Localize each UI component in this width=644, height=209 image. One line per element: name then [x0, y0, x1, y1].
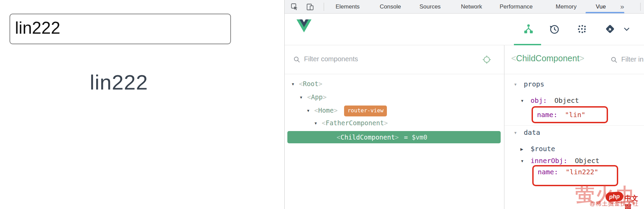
chevron-down-icon[interactable]: [622, 23, 631, 35]
tab-memory[interactable]: Memory: [556, 0, 576, 13]
devtools-panel: Elements Console Sources Network Perform…: [284, 0, 644, 209]
expand-triangle-icon[interactable]: ▼: [514, 80, 520, 89]
more-tabs-chevron[interactable]: »: [620, 0, 624, 13]
section-divider: [504, 125, 644, 126]
expand-triangle-icon[interactable]: ▼: [520, 157, 526, 165]
data-innerobj-row[interactable]: ▼ innerObj: Object: [520, 156, 600, 165]
tab-elements[interactable]: Elements: [336, 0, 360, 13]
name-input[interactable]: [10, 14, 231, 44]
expand-triangle-icon[interactable]: ▼: [520, 96, 526, 105]
tree-row-father-component[interactable]: ▼ FatherComponent: [314, 118, 388, 127]
search-icon: [293, 56, 301, 63]
tab-performance[interactable]: Performance: [500, 0, 533, 13]
router-view-badge: router-view: [344, 106, 387, 116]
tree-row-child-component-selected[interactable]: ChildComponent = $vm0: [287, 131, 501, 143]
tree-row-root[interactable]: ▼ Root: [291, 79, 322, 88]
expand-triangle-icon[interactable]: ▼: [306, 106, 312, 115]
tree-row-home[interactable]: ▼ Home router-view: [306, 106, 387, 114]
annotation-red-box-data-name: [532, 165, 618, 186]
components-tab-icon[interactable]: [523, 23, 534, 35]
active-tab-underline: [586, 12, 624, 13]
tab-sources[interactable]: Sources: [419, 0, 441, 13]
select-component-target-icon[interactable]: [482, 54, 492, 65]
filter-inspected-input[interactable]: Filter in: [621, 55, 644, 63]
rendered-name-text: lin222: [51, 70, 187, 94]
component-filter-bar: Filter components: [285, 45, 504, 74]
vue-devtools-toolbar: [285, 14, 644, 45]
inspector-header: ChildComponent Filter in: [504, 45, 644, 74]
inspected-component-title: ChildComponent: [511, 53, 584, 63]
device-toolbar-icon[interactable]: [306, 3, 314, 11]
tab-bar-right-divider: [640, 3, 641, 11]
expand-triangle-icon[interactable]: ▼: [514, 128, 520, 137]
annotation-red-box-props-name: [532, 106, 608, 123]
filter-components-input[interactable]: Filter components: [304, 55, 358, 63]
tab-bar-divider: [324, 3, 324, 11]
tab-vue[interactable]: Vue: [596, 0, 606, 13]
search-icon: [610, 56, 618, 64]
vue-logo-icon: [297, 19, 311, 33]
component-inspector-panel: ChildComponent Filter in ▼ props ▼ obj: …: [504, 45, 644, 209]
vm0-reference-label: = $vm0: [404, 133, 427, 141]
tab-network[interactable]: Network: [461, 0, 482, 13]
data-section-header[interactable]: ▼ data: [514, 128, 540, 137]
collapsed-triangle-icon[interactable]: ▶: [520, 145, 526, 154]
inspect-element-icon[interactable]: [290, 3, 299, 11]
devtools-tab-bar: Elements Console Sources Network Perform…: [285, 0, 644, 14]
data-route-row[interactable]: ▶ $route: [520, 144, 555, 153]
navigate-diamond-arrow-icon[interactable]: [604, 23, 616, 35]
tab-console[interactable]: Console: [380, 0, 401, 13]
expand-triangle-icon[interactable]: ▼: [314, 119, 320, 128]
props-section-header[interactable]: ▼ props: [514, 80, 544, 89]
dots-grid-icon[interactable]: [576, 23, 588, 35]
tree-row-app[interactable]: ▼ App: [299, 93, 327, 101]
prop-obj-row[interactable]: ▼ obj: Object: [520, 96, 579, 105]
expand-triangle-icon[interactable]: ▼: [299, 93, 305, 102]
expand-triangle-icon[interactable]: ▼: [291, 80, 297, 89]
component-tree-panel: Filter components ▼ Root ▼ App ▼ Home ro…: [285, 45, 504, 209]
history-timeline-icon[interactable]: [548, 23, 560, 35]
